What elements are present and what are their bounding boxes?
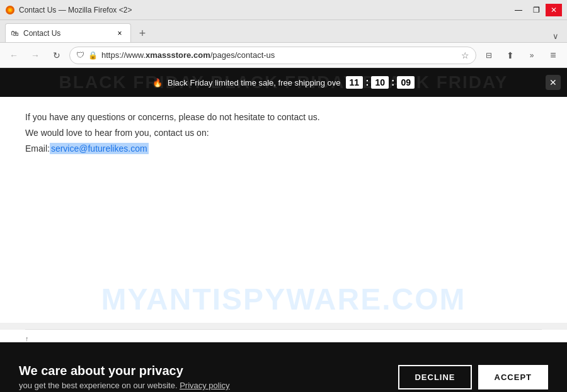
email-label: Email: <box>25 143 50 154</box>
timer-hours: 11 <box>346 76 364 89</box>
timer-colon-2: : <box>391 77 394 88</box>
tab-label: Contact Us <box>23 29 110 38</box>
countdown-timer: 11 : 10 : 09 <box>346 76 415 89</box>
bf-content: 🔥 Black Friday limited time sale, free s… <box>152 76 415 89</box>
fire-icon: 🔥 <box>152 78 163 87</box>
email-link[interactable]: service@futurelikes.com <box>50 143 149 154</box>
url-domain: xmassstore.com <box>146 50 210 60</box>
container-icon[interactable]: ⊟ <box>480 47 498 64</box>
banner-message: Black Friday limited time sale, free shi… <box>168 78 341 87</box>
tab-close-button[interactable]: × <box>114 28 125 39</box>
timer-seconds: 09 <box>397 76 415 89</box>
back-button[interactable]: ← <box>5 47 23 64</box>
decline-button[interactable]: DECLINE <box>398 365 471 389</box>
window-controls: — ❐ ✕ <box>510 4 562 16</box>
page-content: If you have any questions or concerns, p… <box>0 97 567 323</box>
footer-text: ↑ <box>25 335 29 342</box>
share-button[interactable]: ⬆ <box>501 47 519 64</box>
reload-button[interactable]: ↻ <box>48 47 66 64</box>
lock-icon: 🔒 <box>88 51 98 60</box>
tab-bar: 🛍 Contact Us × + ∨ <box>0 20 567 43</box>
bookmark-star-icon[interactable]: ☆ <box>461 50 469 60</box>
privacy-subtitle: you get the best experience on our websi… <box>19 381 386 390</box>
new-tab-button[interactable]: + <box>134 25 151 42</box>
address-bar: ← → ↻ 🛡 🔒 https://www.xmassstore.com/pag… <box>0 43 567 68</box>
black-friday-banner: BLACK FRIDAY BLACK FRIDAY BLACK FRIDAY 🔥… <box>0 68 567 97</box>
timer-colon-1: : <box>365 77 369 88</box>
minimize-button[interactable]: — <box>510 4 527 16</box>
forward-button[interactable]: → <box>26 47 44 64</box>
contact-line-1: If you have any questions or concerns, p… <box>25 109 542 125</box>
privacy-buttons: DECLINE ACCEPT <box>398 365 548 389</box>
url-prefix: https://www. <box>101 50 146 60</box>
privacy-banner: We care about your privacy you get the b… <box>0 342 567 392</box>
url-display: https://www.xmassstore.com/pages/contact… <box>101 50 457 60</box>
security-shield-icon: 🛡 <box>76 50 84 60</box>
privacy-policy-link[interactable]: Privacy policy <box>180 381 229 390</box>
hamburger-menu-button[interactable]: ≡ <box>544 47 562 64</box>
firefox-icon <box>5 5 15 15</box>
privacy-subtitle-text: you get the best experience on our websi… <box>19 381 178 390</box>
title-bar-left: Contact Us — Mozilla Firefox <2> <box>5 5 132 15</box>
privacy-title: We care about your privacy <box>19 364 386 378</box>
page-footer: ↑ <box>0 330 567 342</box>
privacy-text-area: We care about your privacy you get the b… <box>19 364 386 390</box>
contact-email-line: Email:service@futurelikes.com <box>25 141 542 157</box>
banner-close-button[interactable]: ✕ <box>546 75 561 90</box>
restore-button[interactable]: ❐ <box>528 4 544 16</box>
close-button[interactable]: ✕ <box>546 4 562 16</box>
title-bar: Contact Us — Mozilla Firefox <2> — ❐ ✕ <box>0 0 567 20</box>
tab-list-button[interactable]: ∨ <box>549 30 562 42</box>
active-tab[interactable]: 🛍 Contact Us × <box>5 23 131 42</box>
window-title: Contact Us — Mozilla Firefox <2> <box>19 6 132 14</box>
accept-button[interactable]: ACCEPT <box>478 365 548 389</box>
watermark: MYANTISPYWARE.COM <box>101 282 466 316</box>
svg-point-2 <box>9 9 11 11</box>
contact-line-2: We would love to hear from you, contact … <box>25 125 542 141</box>
url-path: /pages/contact-us <box>210 50 275 60</box>
timer-minutes: 10 <box>371 76 389 89</box>
url-bar[interactable]: 🛡 🔒 https://www.xmassstore.com/pages/con… <box>69 47 476 64</box>
more-tools-button[interactable]: » <box>523 47 541 64</box>
tab-favicon: 🛍 <box>11 29 20 38</box>
